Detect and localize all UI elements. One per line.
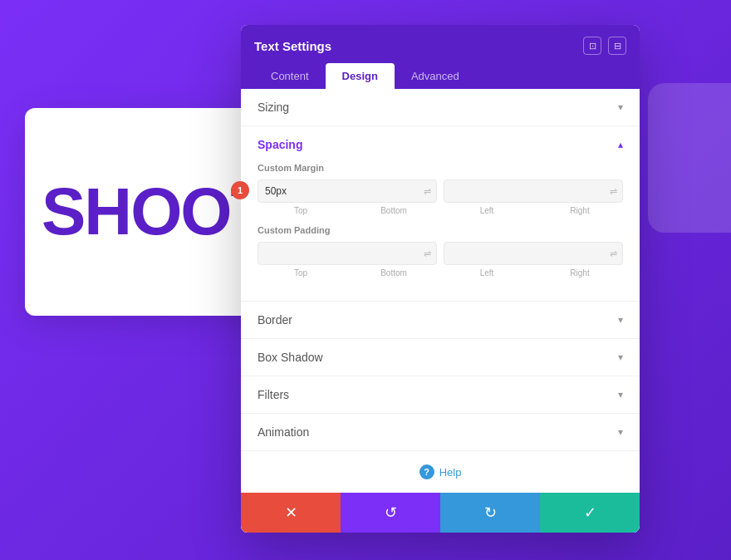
- custom-margin-label: Custom Margin: [258, 163, 623, 173]
- chevron-filters: ▾: [618, 389, 623, 400]
- tab-design[interactable]: Design: [326, 63, 395, 89]
- cancel-button[interactable]: ✕: [241, 493, 341, 533]
- section-animation-header[interactable]: Animation ▾: [241, 414, 640, 450]
- panel-icon-responsive[interactable]: ⊡: [583, 37, 601, 55]
- margin-top-bottom-pair: ⇌: [258, 179, 437, 203]
- padding-link-icon-2[interactable]: ⇌: [605, 248, 622, 259]
- padding-link-icon-1[interactable]: ⇌: [419, 248, 436, 259]
- bottom-bar: ✕ ↺ ↻ ✓: [241, 493, 640, 533]
- section-sizing-title: Sizing: [258, 101, 289, 114]
- padding-top-bottom-pair: ⇌: [258, 242, 437, 265]
- section-sizing-header[interactable]: Sizing ▾: [241, 89, 640, 125]
- accent-shape: [648, 83, 731, 233]
- panel-icons: ⊡ ⊟: [583, 37, 626, 55]
- padding-top-label: Top: [258, 268, 344, 278]
- margin-bottom-label: Bottom: [351, 206, 437, 215]
- section-spacing-header[interactable]: Spacing ▴: [241, 126, 640, 163]
- margin-bottom-input[interactable]: [444, 180, 605, 202]
- text-settings-panel: Text Settings ⊡ ⊟ Content Design Advance…: [241, 25, 640, 533]
- padding-left-label: Left: [444, 268, 530, 278]
- chevron-spacing: ▴: [618, 139, 623, 150]
- padding-bottom-label: Bottom: [351, 268, 437, 278]
- padding-bottom-input[interactable]: [444, 243, 605, 264]
- section-filters-header[interactable]: Filters ▾: [241, 376, 640, 413]
- section-animation-title: Animation: [258, 425, 309, 439]
- section-border-header[interactable]: Border ▾: [241, 302, 640, 338]
- section-spacing-content: Custom Margin ⇌ ⇌ Top Bottom Left: [241, 163, 640, 301]
- padding-top-input[interactable]: [258, 243, 419, 264]
- help-label[interactable]: Help: [439, 466, 462, 479]
- tab-advanced[interactable]: Advanced: [395, 63, 476, 89]
- save-icon: ✓: [584, 504, 596, 522]
- badge: 1: [231, 181, 249, 199]
- tabs: Content Design Advanced: [254, 63, 626, 89]
- chevron-border: ▾: [618, 314, 623, 326]
- margin-top-label: Top: [258, 206, 344, 215]
- help-row: ? Help: [241, 451, 640, 493]
- save-button[interactable]: ✓: [540, 493, 640, 533]
- padding-top-bottom-pair-2: ⇌: [444, 242, 623, 265]
- margin-right-label: Right: [537, 206, 623, 215]
- section-border-title: Border: [258, 313, 292, 327]
- section-box-shadow-header[interactable]: Box Shadow ▾: [241, 339, 640, 376]
- padding-right-label: Right: [537, 268, 623, 278]
- panel-header: Text Settings ⊡ ⊟ Content Design Advance…: [241, 25, 640, 89]
- redo-button[interactable]: ↻: [440, 493, 540, 533]
- section-box-shadow-title: Box Shadow: [258, 351, 323, 364]
- section-box-shadow: Box Shadow ▾: [241, 339, 640, 376]
- chevron-box-shadow: ▾: [618, 351, 623, 363]
- margin-link-icon-2[interactable]: ⇌: [605, 186, 622, 197]
- panel-title: Text Settings: [254, 39, 331, 53]
- responsive-icon: ⊡: [589, 41, 596, 52]
- padding-inputs-row: ⇌ ⇌: [258, 242, 623, 265]
- section-border: Border ▾: [241, 302, 640, 339]
- chevron-sizing: ▾: [618, 101, 623, 113]
- section-spacing: Spacing ▴ Custom Margin ⇌ ⇌: [241, 126, 640, 302]
- tab-content[interactable]: Content: [254, 63, 326, 89]
- section-spacing-title: Spacing: [258, 138, 302, 151]
- margin-labels-row: Top Bottom Left Right: [258, 206, 623, 215]
- margin-inputs-row: ⇌ ⇌: [258, 179, 623, 203]
- preview-card: SHOOT: [25, 108, 274, 316]
- custom-padding-label: Custom Padding: [258, 225, 623, 235]
- collapse-icon: ⊟: [614, 41, 621, 52]
- section-sizing: Sizing ▾: [241, 89, 640, 126]
- undo-icon: ↺: [385, 504, 397, 522]
- chevron-animation: ▾: [618, 426, 623, 438]
- section-filters-title: Filters: [258, 388, 289, 401]
- margin-left-label: Left: [444, 206, 530, 215]
- panel-body: Sizing ▾ Spacing ▴ Custom Margin ⇌: [241, 89, 640, 533]
- section-animation: Animation ▾: [241, 414, 640, 451]
- margin-top-bottom-pair-2: ⇌: [444, 179, 623, 203]
- cancel-icon: ✕: [285, 504, 297, 522]
- panel-icon-collapse[interactable]: ⊟: [608, 37, 626, 55]
- padding-labels-row: Top Bottom Left Right: [258, 268, 623, 278]
- margin-link-icon-1[interactable]: ⇌: [419, 186, 436, 197]
- section-filters: Filters ▾: [241, 376, 640, 414]
- help-icon: ?: [419, 464, 434, 479]
- panel-title-row: Text Settings ⊡ ⊟: [254, 37, 626, 55]
- undo-button[interactable]: ↺: [341, 493, 440, 533]
- margin-top-input[interactable]: [258, 180, 419, 202]
- redo-icon: ↻: [484, 504, 497, 522]
